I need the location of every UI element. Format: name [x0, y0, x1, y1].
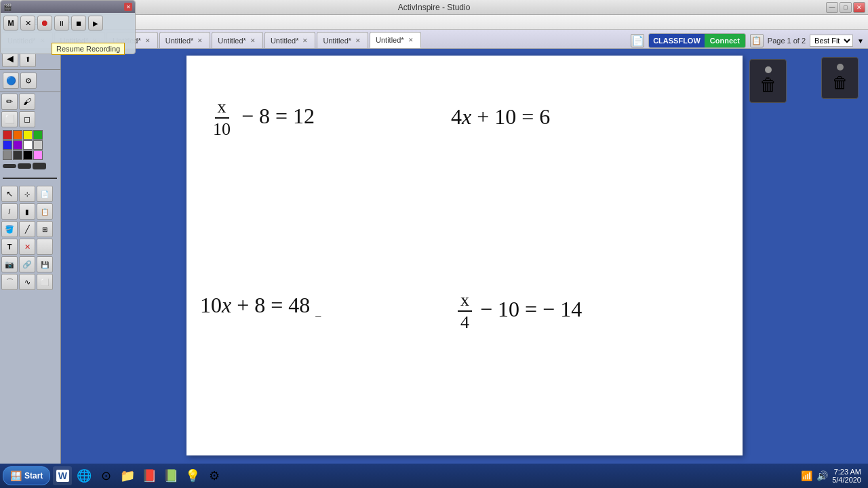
tab-8-close[interactable]: ✕	[407, 36, 415, 44]
connect-button[interactable]: Connect	[705, 34, 745, 47]
trash-icon[interactable]: 🗑	[760, 75, 777, 96]
tool-eraser[interactable]: ⬜	[1, 111, 18, 127]
recording-controls: M ✕ ⏺ ⏸ ⏹ ▶	[1, 13, 135, 33]
tool-line[interactable]: ╱	[19, 221, 35, 237]
page-icon-button[interactable]: 📄	[631, 34, 644, 47]
eq4-denominator: 4	[458, 312, 472, 333]
rec-record-button[interactable]: ⏺	[37, 16, 52, 30]
whiteboard[interactable]: x 10 − 8 = 12 4x + 10 = 6 10x + 8 = 48 _…	[186, 56, 743, 455]
tab-8[interactable]: Untitled* ✕	[370, 32, 421, 48]
left-panel: ◄ ⬆ 🔵 ⚙ ✏ 🖌 ⬜ ◻	[0, 49, 61, 464]
color-darkgray[interactable]	[13, 150, 22, 160]
tool-highlighter[interactable]: ▮	[19, 203, 35, 220]
taskbar: 🪟 Start W 🌐 ⊙ 📁 📕 📗 💡 ⚙ 📶 🔊 7:23 AM 5/4/…	[0, 464, 868, 488]
tool-curve[interactable]: ∿	[19, 274, 35, 290]
tab-4-label: Untitled*	[165, 37, 194, 45]
equation-2: 4x + 10 = 6	[451, 104, 550, 129]
rec-m-button[interactable]: M	[3, 16, 18, 30]
fit-dropdown-icon: ▼	[857, 37, 864, 45]
tool-misc[interactable]: ⬜	[37, 274, 53, 290]
trash-widget[interactable]: 🗑	[749, 59, 787, 103]
rec-stop-button[interactable]: ⏹	[71, 16, 86, 30]
color-yellow[interactable]	[23, 130, 33, 140]
tool-text[interactable]: T	[1, 239, 18, 255]
tool-grid[interactable]: ⊞	[37, 221, 53, 237]
eq1-rest: − 8 = 12	[241, 104, 315, 128]
stroke-thick[interactable]	[33, 163, 46, 169]
minimize-button[interactable]: —	[826, 2, 838, 13]
trash-panel-icon[interactable]: 🗑	[832, 73, 848, 92]
tool-pen[interactable]: /	[1, 203, 18, 220]
tool-fill[interactable]: 🪣	[1, 221, 18, 237]
taskbar-chrome-icon[interactable]: ⊙	[96, 466, 115, 485]
classflow-button[interactable]: CLASSFLOW Connect	[648, 33, 746, 48]
left-sidebar: ◄ ⬆ 🔵 ⚙ ✏ 🖌 ⬜ ◻	[0, 49, 61, 464]
color-black[interactable]	[23, 150, 33, 160]
color-orange[interactable]	[13, 130, 22, 140]
tool-delete[interactable]: ✕	[19, 239, 35, 255]
stroke-medium[interactable]	[18, 163, 31, 169]
taskbar-ie-icon[interactable]: 🌐	[75, 466, 94, 485]
main-layout: ◄ ⬆ 🔵 ⚙ ✏ 🖌 ⬜ ◻	[0, 49, 868, 464]
recording-titlebar: 🎬 ✕	[1, 1, 135, 13]
trash-panel[interactable]: 🗑	[821, 57, 859, 99]
taskbar-excel-icon[interactable]: 📗	[161, 466, 180, 485]
tab-7[interactable]: Untitled* ✕	[317, 32, 368, 48]
tool-link[interactable]: 🔗	[19, 256, 35, 272]
color-red[interactable]	[3, 130, 12, 140]
tool-arc[interactable]: ⌒	[1, 274, 18, 290]
color-lightgray[interactable]	[33, 140, 43, 150]
maximize-button[interactable]: □	[840, 2, 852, 13]
tool-select[interactable]: ↖	[1, 186, 18, 202]
color-green[interactable]	[33, 130, 43, 140]
tool-objects[interactable]: ⚙	[20, 73, 37, 89]
tab-4-close[interactable]: ✕	[196, 37, 204, 45]
tool-page[interactable]: 📄	[37, 186, 53, 202]
stroke-thin[interactable]	[3, 164, 16, 168]
color-pink[interactable]	[33, 150, 43, 160]
tab-4[interactable]: Untitled* ✕	[159, 32, 211, 48]
canvas-area: x 10 − 8 = 12 4x + 10 = 6 10x + 8 = 48 _…	[61, 49, 868, 464]
tool-brush[interactable]: 🖌	[19, 94, 35, 110]
taskbar-misc-icon[interactable]: ⚙	[205, 466, 224, 485]
taskbar-acrobat-icon[interactable]: 📕	[140, 466, 159, 485]
start-button[interactable]: 🪟 Start	[3, 466, 50, 485]
color-purple[interactable]	[13, 140, 22, 150]
taskbar-word-icon[interactable]: W	[53, 466, 72, 485]
rec-pause-button[interactable]: ⏸	[54, 16, 69, 30]
tab-6-close[interactable]: ✕	[301, 37, 309, 45]
tool-camera[interactable]: 📷	[1, 256, 18, 272]
page-fit-select[interactable]: Best Fit 100% 75%	[810, 35, 853, 47]
color-white[interactable]	[23, 140, 33, 150]
eq4-rest: − 10 = − 14	[480, 297, 582, 321]
tool-pencil[interactable]: ✏	[1, 94, 18, 110]
taskbar-explorer-icon[interactable]: 📁	[118, 466, 137, 485]
tab-5-close[interactable]: ✕	[249, 37, 257, 45]
eq1-denominator: 10	[210, 119, 233, 140]
stroke-preview	[0, 171, 60, 184]
tab-7-label: Untitled*	[323, 37, 351, 45]
rec-cancel-button[interactable]: ✕	[20, 16, 35, 30]
tool-shapes[interactable]: ◻	[19, 111, 35, 127]
taskbar-activinspire-icon[interactable]: 💡	[183, 466, 202, 485]
drawing-tools: ✏ 🖌 ⬜ ◻	[0, 92, 60, 129]
tab-5-label: Untitled*	[218, 37, 246, 45]
taskbar-network-icon: 📶	[801, 470, 812, 481]
tool-note[interactable]: 📋	[37, 203, 53, 220]
tool-stamp[interactable]: 🔵	[3, 73, 19, 89]
tab-7-close[interactable]: ✕	[354, 37, 362, 45]
tool-star[interactable]	[37, 239, 53, 255]
tool-save[interactable]: 💾	[37, 256, 53, 272]
window-controls: — □ ✕	[826, 2, 865, 13]
tab-5[interactable]: Untitled* ✕	[212, 32, 263, 48]
color-gray[interactable]	[3, 150, 12, 160]
tab-6[interactable]: Untitled* ✕	[264, 32, 316, 48]
tool-lasso[interactable]: ⊹	[19, 186, 35, 202]
recording-close-button[interactable]: ✕	[124, 3, 132, 11]
rec-play-button[interactable]: ▶	[88, 16, 103, 30]
resume-recording-tooltip: Resume Recording	[52, 43, 125, 55]
tab-3-close[interactable]: ✕	[144, 37, 152, 45]
color-blue[interactable]	[3, 140, 12, 150]
close-button[interactable]: ✕	[853, 2, 865, 13]
page-nav-icon[interactable]: 📋	[750, 34, 764, 47]
